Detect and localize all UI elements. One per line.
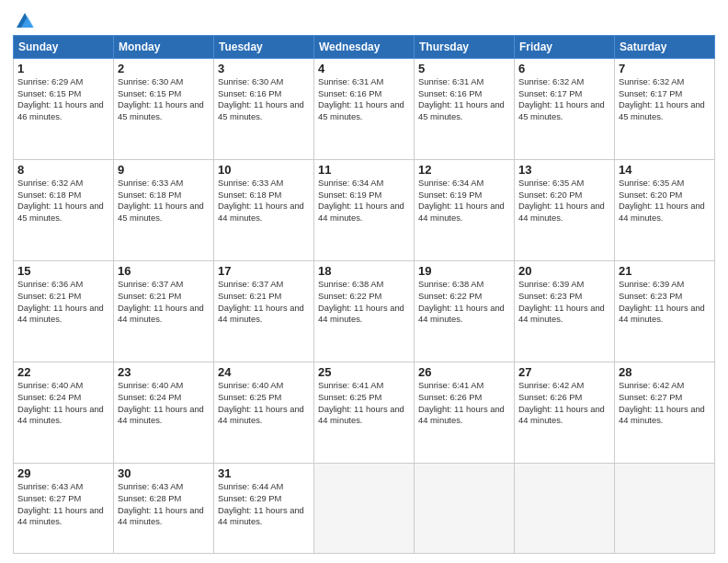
day-number: 25 bbox=[318, 365, 410, 379]
cell-sunrise: Sunrise: 6:39 AMSunset: 6:23 PMDaylight:… bbox=[619, 279, 705, 324]
cell-sunrise: Sunrise: 6:38 AMSunset: 6:22 PMDaylight:… bbox=[318, 279, 404, 324]
day-number: 28 bbox=[619, 365, 711, 379]
cell-sunrise: Sunrise: 6:41 AMSunset: 6:25 PMDaylight:… bbox=[318, 380, 404, 425]
table-row: 19 Sunrise: 6:38 AMSunset: 6:22 PMDaylig… bbox=[415, 261, 515, 362]
day-number: 9 bbox=[118, 163, 210, 177]
table-row: 6 Sunrise: 6:32 AMSunset: 6:17 PMDayligh… bbox=[515, 59, 615, 160]
cell-sunrise: Sunrise: 6:35 AMSunset: 6:20 PMDaylight:… bbox=[619, 178, 705, 223]
cell-sunrise: Sunrise: 6:40 AMSunset: 6:24 PMDaylight:… bbox=[118, 380, 204, 425]
table-row: 15 Sunrise: 6:36 AMSunset: 6:21 PMDaylig… bbox=[14, 261, 114, 362]
cell-sunrise: Sunrise: 6:37 AMSunset: 6:21 PMDaylight:… bbox=[218, 279, 304, 324]
calendar-table: Sunday Monday Tuesday Wednesday Thursday… bbox=[13, 35, 715, 554]
cell-sunrise: Sunrise: 6:44 AMSunset: 6:29 PMDaylight:… bbox=[218, 481, 304, 526]
table-row: 10 Sunrise: 6:33 AMSunset: 6:18 PMDaylig… bbox=[214, 160, 314, 261]
day-number: 10 bbox=[218, 163, 310, 177]
cell-sunrise: Sunrise: 6:36 AMSunset: 6:21 PMDaylight:… bbox=[17, 279, 104, 324]
table-row: 17 Sunrise: 6:37 AMSunset: 6:21 PMDaylig… bbox=[214, 261, 314, 362]
calendar-header-row: Sunday Monday Tuesday Wednesday Thursday… bbox=[14, 36, 715, 59]
day-number: 6 bbox=[518, 62, 610, 75]
day-number: 23 bbox=[118, 365, 210, 379]
day-number: 18 bbox=[318, 264, 410, 278]
cell-sunrise: Sunrise: 6:37 AMSunset: 6:21 PMDaylight:… bbox=[118, 279, 204, 324]
day-number: 15 bbox=[17, 264, 109, 278]
table-row: 25 Sunrise: 6:41 AMSunset: 6:25 PMDaylig… bbox=[314, 362, 415, 464]
calendar-week-row: 29 Sunrise: 6:43 AMSunset: 6:27 PMDaylig… bbox=[14, 464, 715, 554]
col-wednesday: Wednesday bbox=[314, 36, 415, 59]
col-friday: Friday bbox=[515, 36, 615, 59]
day-number: 21 bbox=[619, 264, 711, 278]
cell-sunrise: Sunrise: 6:40 AMSunset: 6:24 PMDaylight:… bbox=[17, 380, 104, 425]
cell-sunrise: Sunrise: 6:33 AMSunset: 6:18 PMDaylight:… bbox=[118, 178, 204, 223]
table-row: 23 Sunrise: 6:40 AMSunset: 6:24 PMDaylig… bbox=[114, 362, 214, 464]
day-number: 2 bbox=[118, 62, 210, 75]
day-number: 27 bbox=[518, 365, 610, 379]
table-row: 30 Sunrise: 6:43 AMSunset: 6:28 PMDaylig… bbox=[114, 464, 214, 554]
table-row: 5 Sunrise: 6:31 AMSunset: 6:16 PMDayligh… bbox=[415, 59, 515, 160]
day-number: 17 bbox=[218, 264, 310, 278]
table-row: 13 Sunrise: 6:35 AMSunset: 6:20 PMDaylig… bbox=[515, 160, 615, 261]
cell-sunrise: Sunrise: 6:33 AMSunset: 6:18 PMDaylight:… bbox=[218, 178, 304, 223]
table-row: 20 Sunrise: 6:39 AMSunset: 6:23 PMDaylig… bbox=[515, 261, 615, 362]
cell-sunrise: Sunrise: 6:34 AMSunset: 6:19 PMDaylight:… bbox=[418, 178, 505, 223]
day-number: 4 bbox=[318, 62, 410, 75]
cell-sunrise: Sunrise: 6:39 AMSunset: 6:23 PMDaylight:… bbox=[518, 279, 605, 324]
day-number: 31 bbox=[218, 466, 310, 480]
day-number: 19 bbox=[418, 264, 510, 278]
cell-sunrise: Sunrise: 6:41 AMSunset: 6:26 PMDaylight:… bbox=[418, 380, 505, 425]
table-row bbox=[515, 464, 615, 554]
col-tuesday: Tuesday bbox=[214, 36, 314, 59]
day-number: 22 bbox=[17, 365, 109, 379]
cell-sunrise: Sunrise: 6:32 AMSunset: 6:17 PMDaylight:… bbox=[518, 76, 605, 121]
day-number: 1 bbox=[17, 62, 109, 75]
table-row: 21 Sunrise: 6:39 AMSunset: 6:23 PMDaylig… bbox=[615, 261, 715, 362]
table-row: 1 Sunrise: 6:29 AMSunset: 6:15 PMDayligh… bbox=[14, 59, 114, 160]
cell-sunrise: Sunrise: 6:40 AMSunset: 6:25 PMDaylight:… bbox=[218, 380, 304, 425]
day-number: 26 bbox=[418, 365, 510, 379]
cell-sunrise: Sunrise: 6:32 AMSunset: 6:18 PMDaylight:… bbox=[17, 178, 104, 223]
page: Sunday Monday Tuesday Wednesday Thursday… bbox=[0, 0, 728, 563]
day-number: 30 bbox=[118, 466, 210, 480]
table-row: 28 Sunrise: 6:42 AMSunset: 6:27 PMDaylig… bbox=[615, 362, 715, 464]
day-number: 24 bbox=[218, 365, 310, 379]
logo-icon bbox=[15, 11, 35, 31]
table-row: 24 Sunrise: 6:40 AMSunset: 6:25 PMDaylig… bbox=[214, 362, 314, 464]
table-row: 16 Sunrise: 6:37 AMSunset: 6:21 PMDaylig… bbox=[114, 261, 214, 362]
day-number: 8 bbox=[17, 163, 109, 177]
table-row: 3 Sunrise: 6:30 AMSunset: 6:16 PMDayligh… bbox=[214, 59, 314, 160]
table-row bbox=[615, 464, 715, 554]
header bbox=[13, 11, 715, 28]
cell-sunrise: Sunrise: 6:43 AMSunset: 6:27 PMDaylight:… bbox=[17, 481, 104, 526]
day-number: 5 bbox=[418, 62, 510, 75]
table-row: 26 Sunrise: 6:41 AMSunset: 6:26 PMDaylig… bbox=[415, 362, 515, 464]
cell-sunrise: Sunrise: 6:35 AMSunset: 6:20 PMDaylight:… bbox=[518, 178, 605, 223]
logo bbox=[13, 11, 35, 28]
day-number: 3 bbox=[218, 62, 310, 75]
day-number: 14 bbox=[619, 163, 711, 177]
cell-sunrise: Sunrise: 6:42 AMSunset: 6:26 PMDaylight:… bbox=[518, 380, 605, 425]
table-row: 8 Sunrise: 6:32 AMSunset: 6:18 PMDayligh… bbox=[14, 160, 114, 261]
table-row: 18 Sunrise: 6:38 AMSunset: 6:22 PMDaylig… bbox=[314, 261, 415, 362]
day-number: 29 bbox=[17, 466, 109, 480]
table-row: 2 Sunrise: 6:30 AMSunset: 6:15 PMDayligh… bbox=[114, 59, 214, 160]
day-number: 20 bbox=[518, 264, 610, 278]
table-row: 9 Sunrise: 6:33 AMSunset: 6:18 PMDayligh… bbox=[114, 160, 214, 261]
cell-sunrise: Sunrise: 6:30 AMSunset: 6:16 PMDaylight:… bbox=[218, 76, 304, 121]
cell-sunrise: Sunrise: 6:43 AMSunset: 6:28 PMDaylight:… bbox=[118, 481, 204, 526]
calendar-week-row: 8 Sunrise: 6:32 AMSunset: 6:18 PMDayligh… bbox=[14, 160, 715, 261]
col-thursday: Thursday bbox=[415, 36, 515, 59]
cell-sunrise: Sunrise: 6:30 AMSunset: 6:15 PMDaylight:… bbox=[118, 76, 204, 121]
day-number: 13 bbox=[518, 163, 610, 177]
cell-sunrise: Sunrise: 6:38 AMSunset: 6:22 PMDaylight:… bbox=[418, 279, 505, 324]
table-row: 4 Sunrise: 6:31 AMSunset: 6:16 PMDayligh… bbox=[314, 59, 415, 160]
table-row: 29 Sunrise: 6:43 AMSunset: 6:27 PMDaylig… bbox=[14, 464, 114, 554]
table-row bbox=[415, 464, 515, 554]
cell-sunrise: Sunrise: 6:29 AMSunset: 6:15 PMDaylight:… bbox=[17, 76, 104, 121]
cell-sunrise: Sunrise: 6:31 AMSunset: 6:16 PMDaylight:… bbox=[418, 76, 505, 121]
col-saturday: Saturday bbox=[615, 36, 715, 59]
table-row: 31 Sunrise: 6:44 AMSunset: 6:29 PMDaylig… bbox=[214, 464, 314, 554]
cell-sunrise: Sunrise: 6:42 AMSunset: 6:27 PMDaylight:… bbox=[619, 380, 705, 425]
day-number: 12 bbox=[418, 163, 510, 177]
table-row bbox=[314, 464, 415, 554]
table-row: 27 Sunrise: 6:42 AMSunset: 6:26 PMDaylig… bbox=[515, 362, 615, 464]
calendar-week-row: 1 Sunrise: 6:29 AMSunset: 6:15 PMDayligh… bbox=[14, 59, 715, 160]
